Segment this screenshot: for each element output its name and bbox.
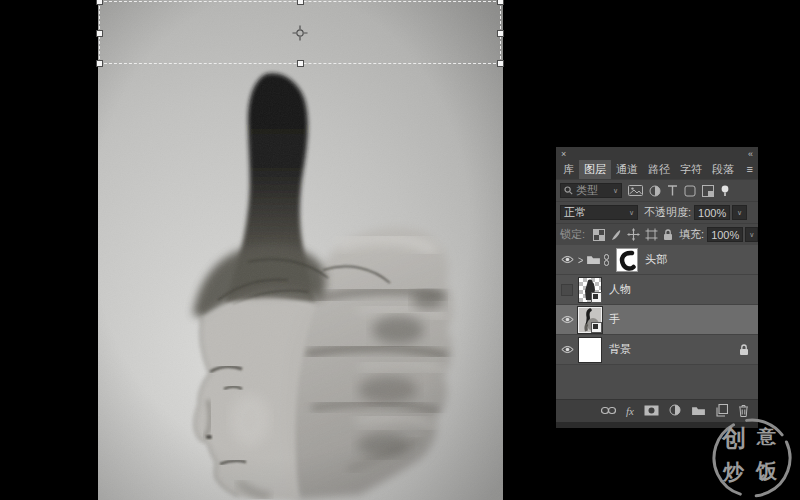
filter-shape-icon[interactable]	[684, 185, 696, 197]
opacity-label: 不透明度:	[644, 205, 691, 220]
layer-row-head-group[interactable]: > 头部	[556, 245, 758, 275]
layer-mask-thumbnail[interactable]	[616, 248, 638, 272]
layer-thumbnail-person[interactable]	[578, 277, 602, 303]
filter-adjustment-icon[interactable]	[649, 185, 661, 197]
visibility-eye-icon[interactable]	[556, 255, 578, 264]
layer-thumbnail-hand[interactable]	[578, 307, 602, 333]
chevron-down-icon: ∨	[610, 187, 618, 195]
transform-handle-top-left[interactable]	[96, 0, 103, 5]
transform-handle-middle-right[interactable]	[497, 30, 504, 37]
blend-mode-dropdown[interactable]: 正常 ∨	[560, 205, 638, 220]
add-layer-mask-icon[interactable]	[644, 405, 659, 418]
panel-close-icon[interactable]: ×	[561, 149, 566, 159]
layers-panel: × « 库 图层 通道 路径 字符 段落 ≡ 类型 ∨	[556, 147, 758, 428]
transform-handle-bottom-right[interactable]	[497, 60, 504, 67]
document-canvas[interactable]	[98, 0, 503, 500]
fill-label: 填充:	[679, 227, 704, 242]
layer-row-background[interactable]: 背景	[556, 335, 758, 365]
lock-paint-brush-icon[interactable]	[610, 229, 622, 241]
tab-paths[interactable]: 路径	[643, 160, 675, 179]
transform-handle-top-middle[interactable]	[297, 0, 304, 5]
layer-filter-row: 类型 ∨	[556, 179, 758, 201]
filter-image-icon[interactable]	[628, 185, 643, 196]
visibility-eye-icon[interactable]	[556, 315, 578, 324]
fill-input[interactable]: 100%	[707, 227, 743, 242]
lock-position-move-icon[interactable]	[627, 228, 640, 241]
group-folder-icon	[586, 254, 601, 265]
transform-handle-bottom-left[interactable]	[96, 60, 103, 67]
layer-row-person[interactable]: 人物	[556, 275, 758, 305]
watermark-char: 创	[722, 426, 746, 450]
panel-menu-icon[interactable]: ≡	[742, 160, 758, 179]
photoshop-workspace: × « 库 图层 通道 路径 字符 段落 ≡ 类型 ∨	[0, 0, 800, 500]
filter-type-text-icon[interactable]	[667, 185, 678, 196]
layer-thumbnail-background[interactable]	[578, 337, 602, 363]
transform-handle-top-right[interactable]	[497, 0, 504, 5]
chevron-down-icon: ∨	[737, 209, 742, 217]
new-group-folder-icon[interactable]	[691, 405, 706, 418]
lock-artboard-icon[interactable]	[645, 228, 658, 241]
fill-dropdown-button[interactable]: ∨	[745, 227, 758, 242]
watermark-char: 饭	[756, 460, 777, 481]
filter-type-label: 类型	[576, 183, 598, 198]
filter-smart-object-icon[interactable]	[702, 185, 714, 197]
blend-mode-row: 正常 ∨ 不透明度: 100% ∨	[556, 201, 758, 223]
opacity-dropdown-button[interactable]: ∨	[732, 205, 747, 220]
watermark-logo: 创 意 炒 饭	[710, 416, 794, 500]
layer-name[interactable]: 头部	[645, 252, 667, 267]
tab-channels[interactable]: 通道	[611, 160, 643, 179]
group-expand-arrow-icon[interactable]: >	[578, 253, 583, 266]
opacity-value: 100%	[698, 207, 726, 219]
watermark-char: 意	[757, 427, 776, 446]
layer-name[interactable]: 人物	[609, 282, 631, 297]
layer-effects-fx-icon[interactable]: fx	[626, 405, 634, 417]
transform-selection-box[interactable]	[99, 1, 501, 64]
layer-name[interactable]: 背景	[609, 342, 631, 357]
chevron-down-icon: ∨	[749, 231, 754, 239]
chevron-down-icon: ∨	[626, 209, 634, 217]
layer-name[interactable]: 手	[609, 312, 620, 327]
blend-mode-value: 正常	[564, 205, 586, 220]
adjustment-layer-icon[interactable]	[669, 404, 681, 418]
fill-value: 100%	[711, 229, 739, 241]
smart-object-badge-icon	[591, 292, 602, 303]
tab-library[interactable]: 库	[558, 160, 579, 179]
visibility-eye-icon[interactable]	[556, 345, 578, 354]
link-layers-icon[interactable]	[601, 405, 616, 417]
lock-row: 锁定: 填充: 100% ∨	[556, 223, 758, 245]
transform-handle-bottom-middle[interactable]	[297, 60, 304, 67]
artwork-hand-face	[98, 0, 503, 500]
smart-object-badge-icon	[591, 322, 602, 333]
opacity-input[interactable]: 100%	[694, 205, 730, 220]
layer-locked-padlock-icon	[739, 344, 749, 356]
tab-paragraph[interactable]: 段落	[707, 160, 739, 179]
filter-type-dropdown[interactable]: 类型 ∨	[560, 183, 622, 198]
layers-list: > 头部 人	[556, 245, 758, 399]
transform-reference-point-icon[interactable]	[292, 25, 308, 41]
watermark-char: 炒	[723, 461, 744, 482]
search-icon	[564, 186, 573, 195]
visibility-toggle-empty[interactable]	[556, 284, 578, 296]
filter-pin-toggle-icon[interactable]	[720, 185, 730, 197]
lock-transparency-icon[interactable]	[593, 229, 605, 241]
transform-handle-middle-left[interactable]	[96, 30, 103, 37]
panel-tab-bar: 库 图层 通道 路径 字符 段落 ≡	[556, 160, 758, 179]
panel-collapse-icon[interactable]: «	[748, 149, 753, 159]
lock-label: 锁定:	[560, 227, 585, 242]
layer-row-hand[interactable]: 手	[556, 305, 758, 335]
tab-layers[interactable]: 图层	[579, 160, 611, 179]
panel-titlebar: × «	[556, 147, 758, 160]
tab-character[interactable]: 字符	[675, 160, 707, 179]
lock-all-padlock-icon[interactable]	[663, 229, 673, 241]
mask-link-chain-icon[interactable]	[603, 254, 610, 266]
